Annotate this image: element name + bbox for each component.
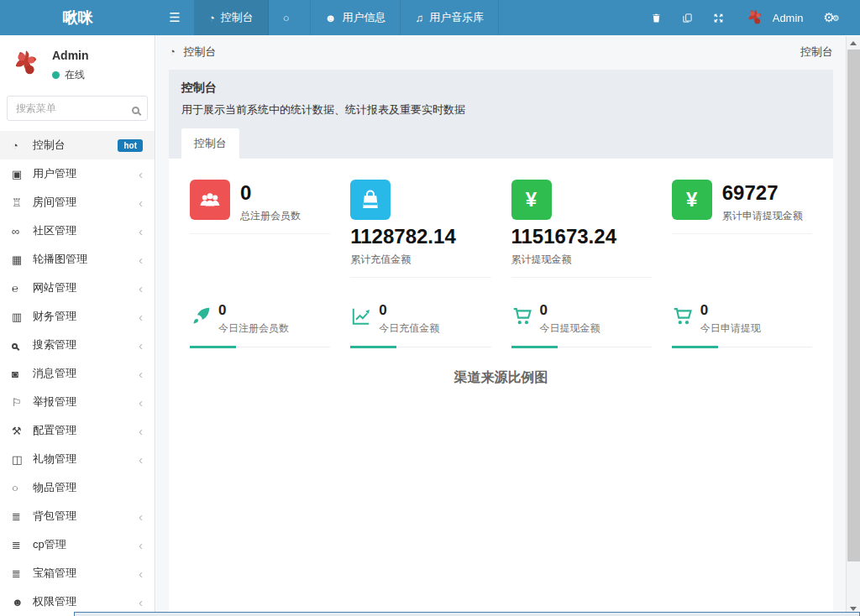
stat-value: 1128782.14 <box>350 225 455 248</box>
sidebar-item-背包管理[interactable]: ≣背包管理‹ <box>0 502 155 530</box>
sidebar-user-panel: Admin 在线 <box>0 35 155 89</box>
today-stat-value: 0 <box>540 303 600 317</box>
chevron-left-icon: ‹ <box>139 311 143 323</box>
sidebar-item-礼物管理[interactable]: ◫礼物管理‹ <box>0 445 155 473</box>
sidebar-item-cp管理[interactable]: ≣cp管理‹ <box>0 530 155 559</box>
today-stats-row: 0今日注册会员数0今日充值金额0今日提现金额0今日申请提现 <box>180 303 822 347</box>
sidebar-item-用户管理[interactable]: ▣用户管理‹ <box>0 159 155 188</box>
bottom-bar[interactable] <box>74 612 860 616</box>
sidebar-item-搜索管理[interactable]: 搜索管理‹ <box>0 331 155 359</box>
users-group-icon <box>190 180 230 220</box>
sidebar-item-label: 社区管理 <box>33 223 139 238</box>
sidebar-item-label: 权限管理 <box>33 594 139 609</box>
sidebar-user-status: 在线 <box>52 68 89 82</box>
gauge-icon: ◔ <box>12 139 33 152</box>
sidebar-item-label: 消息管理 <box>33 366 139 381</box>
main-content: ◔ 控制台 控制台 控制台 用于展示当前系统中的统计数据、统计报表及重要实时数据… <box>156 35 846 616</box>
scroll-down-icon[interactable] <box>850 607 857 611</box>
files-icon[interactable] <box>672 0 703 35</box>
sidebar-item-宝箱管理[interactable]: ≣宝箱管理‹ <box>0 559 155 587</box>
gauge-icon: ◔ <box>169 45 176 58</box>
sidebar-item-label: 用户管理 <box>33 166 139 181</box>
sidebar-item-财务管理[interactable]: ▥财务管理‹ <box>0 302 155 331</box>
chart-line-icon <box>350 303 379 331</box>
avatar <box>8 46 44 81</box>
chevron-left-icon: ‹ <box>139 510 143 523</box>
sidebar-item-label: 举报管理 <box>33 394 139 410</box>
gears-icon[interactable]: ⚙⚙ <box>814 0 850 35</box>
online-dot-icon <box>52 71 60 79</box>
stat-card: ¥1151673.24累计提现金额 <box>501 180 662 278</box>
moto-icon: ∞ <box>12 225 33 238</box>
stat-label: 累计提现金额 <box>511 253 616 267</box>
nav-tab-dashboard[interactable]: ◔控制台 <box>194 0 269 35</box>
sidebar-item-举报管理[interactable]: ⚐举报管理‹ <box>0 388 155 416</box>
scrollbar-thumb[interactable] <box>847 50 860 561</box>
sidebar-menu: ◔控制台hot▣用户管理‹♖房间管理‹∞社区管理‹▦轮播图管理‹℮网站管理‹▥财… <box>0 131 155 616</box>
sidebar-item-网站管理[interactable]: ℮网站管理‹ <box>0 274 155 302</box>
sidebar-item-label: cp管理 <box>33 537 139 552</box>
sidebar: Admin 在线 ◔控制台hot▣用户管理‹♖房间管理‹∞社区管理‹▦轮播图管理… <box>0 35 155 616</box>
today-stat-label: 今日充值金额 <box>379 321 439 336</box>
chevron-left-icon: ‹ <box>139 567 143 580</box>
sidebar-item-label: 配置管理 <box>33 423 139 438</box>
stat-card: ¥69727累计申请提现金额 <box>662 180 822 278</box>
chevron-left-icon: ‹ <box>139 196 143 209</box>
avatar <box>744 7 766 29</box>
sidebar-item-label: 控制台 <box>33 138 118 153</box>
user-menu-label: Admin <box>773 12 804 24</box>
card-icon: ▣ <box>12 168 33 180</box>
search-input[interactable] <box>7 96 148 121</box>
shopping-bag-icon <box>350 180 391 220</box>
hamburger-icon[interactable]: ☰ <box>155 0 194 35</box>
circleo-icon: ○ <box>12 482 33 494</box>
sidebar-item-label: 背包管理 <box>33 509 139 524</box>
expand-icon[interactable] <box>703 0 734 35</box>
navbar-tabs: ◔控制台○☻用户信息♫用户音乐库 <box>194 0 499 35</box>
sidebar-item-label: 物品管理 <box>33 480 143 495</box>
stat-value: 0 <box>240 181 301 205</box>
scroll-up-icon[interactable] <box>850 41 857 45</box>
today-stat: 0今日提现金额 <box>511 303 652 347</box>
chevron-left-icon: ‹ <box>139 368 143 380</box>
sidebar-item-轮播图管理[interactable]: ▦轮播图管理‹ <box>0 245 155 274</box>
today-stat: 0今日申请提现 <box>672 303 812 347</box>
breadcrumb-home[interactable]: ◔ 控制台 <box>169 44 216 60</box>
gift-icon: ◫ <box>12 453 33 466</box>
chevron-left-icon: ‹ <box>139 453 143 466</box>
badge-hot: hot <box>118 139 143 152</box>
sidebar-item-消息管理[interactable]: ◙消息管理‹ <box>0 359 155 388</box>
msg-icon: ◙ <box>12 368 33 380</box>
wrench-icon: ⚒ <box>12 425 33 437</box>
chevron-left-icon: ‹ <box>139 339 143 352</box>
sidebar-item-label: 轮播图管理 <box>33 252 139 267</box>
trash-icon[interactable] <box>641 0 672 35</box>
vertical-scrollbar[interactable] <box>846 36 860 616</box>
sidebar-item-物品管理[interactable]: ○物品管理 <box>0 473 155 502</box>
sidebar-item-配置管理[interactable]: ⚒配置管理‹ <box>0 416 155 445</box>
search-icon <box>132 102 139 117</box>
sidebar-item-label: 财务管理 <box>33 309 139 324</box>
stat-card: 0总注册会员数 <box>180 180 340 278</box>
stat-value: 1151673.24 <box>511 225 616 248</box>
tab-dashboard[interactable]: 控制台 <box>181 128 239 159</box>
sidebar-item-社区管理[interactable]: ∞社区管理‹ <box>0 217 155 245</box>
user-menu[interactable]: Admin <box>734 7 814 29</box>
list-icon: ≣ <box>12 567 33 580</box>
nav-tab-circle[interactable]: ○ <box>269 0 311 35</box>
globe-icon: ℮ <box>12 282 33 295</box>
sidebar-user-name: Admin <box>52 49 89 62</box>
image-icon: ▦ <box>12 253 33 266</box>
today-stat-label: 今日申请提现 <box>700 321 761 336</box>
nav-tab-user-music[interactable]: ♫用户音乐库 <box>401 0 499 35</box>
chevron-left-icon: ‹ <box>139 168 143 180</box>
nav-tab-user-info[interactable]: ☻用户信息 <box>311 0 401 35</box>
sidebar-item-label: 礼物管理 <box>33 452 139 467</box>
sidebar-item-房间管理[interactable]: ♖房间管理‹ <box>0 188 155 217</box>
page-title: 控制台 <box>181 81 821 96</box>
stat-label: 总注册会员数 <box>240 209 301 223</box>
brand-logo[interactable]: 啾咪 <box>0 0 155 35</box>
sidebar-item-label: 网站管理 <box>33 280 139 295</box>
sidebar-item-控制台[interactable]: ◔控制台hot <box>0 131 155 159</box>
cart-icon <box>511 303 540 331</box>
